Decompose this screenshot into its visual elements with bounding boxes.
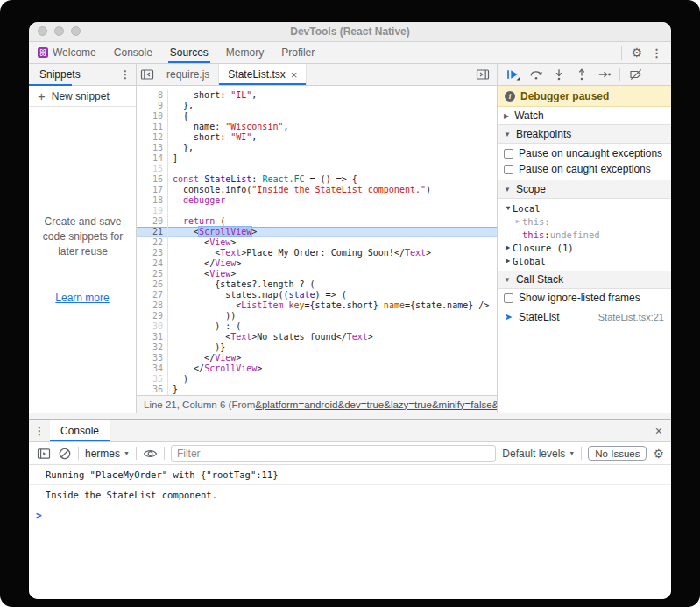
- code-line-13[interactable]: 13 },: [137, 143, 497, 153]
- code-line-19[interactable]: 19: [137, 206, 497, 216]
- step-out-icon[interactable]: [574, 67, 589, 81]
- line-number[interactable]: 19: [137, 206, 168, 216]
- section-breakpoints[interactable]: ▼ Breakpoints: [498, 125, 671, 144]
- code-line-17[interactable]: 17 console.info("Inside the StateList co…: [137, 185, 497, 195]
- log-levels-selector[interactable]: Default levels ▼: [502, 448, 575, 460]
- step-icon[interactable]: [597, 67, 612, 81]
- line-number[interactable]: 24: [137, 258, 168, 269]
- line-number[interactable]: 32: [137, 342, 168, 353]
- code-line-23[interactable]: 23 <Text>Place My Order: Coming Soon!</T…: [137, 248, 497, 258]
- live-expression-eye-icon[interactable]: [143, 447, 158, 461]
- tab-console[interactable]: Console: [105, 42, 161, 63]
- console-sidebar-icon[interactable]: [36, 447, 51, 461]
- line-number[interactable]: 36: [137, 385, 168, 395]
- chevron-right-icon[interactable]: ▶: [504, 257, 513, 265]
- settings-gear-icon[interactable]: ⚙: [631, 46, 642, 59]
- line-number[interactable]: 29: [137, 311, 168, 321]
- line-number[interactable]: 13: [137, 143, 168, 153]
- line-number[interactable]: 18: [137, 195, 168, 206]
- close-drawer-icon[interactable]: ×: [647, 420, 671, 441]
- code-line-35[interactable]: 35 ): [137, 374, 497, 385]
- source-url-link[interactable]: &platform=android&dev=true&lazy=true&min…: [255, 399, 497, 410]
- code-line-18[interactable]: 18 debugger: [137, 195, 497, 206]
- line-number[interactable]: 31: [137, 332, 168, 342]
- line-number[interactable]: 34: [137, 363, 168, 374]
- file-tab-statelist[interactable]: StateList.tsx ×: [219, 64, 307, 85]
- step-over-icon[interactable]: [528, 67, 543, 81]
- pause-caught-row[interactable]: Pause on caught exceptions: [498, 161, 671, 177]
- section-callstack[interactable]: ▼ Call Stack: [498, 271, 671, 289]
- line-number[interactable]: 15: [137, 164, 168, 174]
- context-selector[interactable]: hermes ▼: [85, 448, 130, 460]
- line-number[interactable]: 23: [137, 248, 168, 258]
- line-number[interactable]: 11: [137, 122, 168, 132]
- line-number[interactable]: 20: [137, 216, 168, 227]
- line-number[interactable]: 27: [137, 290, 168, 300]
- line-number[interactable]: 35: [137, 374, 168, 385]
- code-line-30[interactable]: 30 ) : (: [137, 321, 497, 332]
- line-number[interactable]: 9: [137, 101, 168, 111]
- line-number[interactable]: 28: [137, 300, 168, 311]
- section-scope[interactable]: ▼ Scope: [498, 180, 671, 199]
- line-number[interactable]: 8: [137, 90, 168, 101]
- chevron-down-icon[interactable]: ▼: [504, 204, 513, 212]
- console-prompt[interactable]: >: [29, 505, 671, 526]
- code-line-32[interactable]: 32 )}: [137, 342, 497, 353]
- line-number[interactable]: 26: [137, 279, 168, 290]
- line-number[interactable]: 16: [137, 174, 168, 185]
- resume-script-icon[interactable]: [506, 67, 520, 81]
- new-snippet-button[interactable]: + New snippet: [29, 86, 136, 107]
- more-options-icon[interactable]: ⋮: [651, 47, 662, 59]
- code-line-34[interactable]: 34 </ScrollView>: [137, 363, 497, 374]
- tab-snippets[interactable]: Snippets: [29, 64, 91, 85]
- line-number[interactable]: 14: [137, 153, 168, 164]
- code-line-36[interactable]: 36}: [137, 385, 497, 395]
- line-number[interactable]: 22: [137, 237, 168, 248]
- console-settings-gear-icon[interactable]: ⚙: [653, 448, 664, 460]
- code-line-28[interactable]: 28 <ListItem key={state.short} name={sta…: [137, 300, 497, 311]
- ignore-listed-row[interactable]: Show ignore-listed frames: [498, 289, 671, 307]
- deactivate-breakpoints-icon[interactable]: [628, 67, 643, 81]
- chevron-right-icon[interactable]: ▶: [513, 217, 522, 225]
- code-line-21[interactable]: 21 <ScrollView>: [137, 227, 497, 237]
- line-number[interactable]: 10: [137, 111, 168, 122]
- checkbox[interactable]: [504, 293, 513, 303]
- checkbox[interactable]: [504, 149, 513, 159]
- line-number[interactable]: 12: [137, 132, 168, 143]
- code-line-29[interactable]: 29 )): [137, 311, 497, 321]
- code-line-12[interactable]: 12 short: "WI",: [137, 132, 497, 143]
- line-number[interactable]: 30: [137, 321, 168, 332]
- code-line-25[interactable]: 25 <View>: [137, 269, 497, 279]
- scope-row[interactable]: ▶this:: [498, 215, 671, 228]
- console-log-row[interactable]: Inside the StateList component.: [29, 485, 671, 505]
- console-log-row[interactable]: Running "PlaceMyOrder" with {"rootTag":1…: [29, 465, 671, 485]
- line-number[interactable]: 21: [137, 227, 168, 237]
- line-number[interactable]: 25: [137, 269, 168, 279]
- code-line-27[interactable]: 27 states.map((state) => (: [137, 290, 497, 300]
- tab-memory[interactable]: Memory: [217, 42, 272, 63]
- code-line-26[interactable]: 26 {states?.length ? (: [137, 279, 497, 290]
- no-issues-button[interactable]: No Issues: [588, 446, 647, 461]
- callstack-frame[interactable]: StateList StateList.tsx:21: [498, 309, 671, 324]
- clear-console-icon[interactable]: [57, 447, 72, 461]
- hide-navigator-icon[interactable]: [137, 64, 158, 85]
- code-line-22[interactable]: 22 <View>: [137, 237, 497, 248]
- show-debugger-sidebar-icon[interactable]: [472, 67, 493, 81]
- checkbox[interactable]: [504, 165, 513, 174]
- code-line-33[interactable]: 33 </View>: [137, 353, 497, 363]
- close-tab-icon[interactable]: ×: [291, 69, 298, 81]
- filter-input[interactable]: [171, 445, 496, 462]
- code-line-14[interactable]: 14]: [137, 153, 497, 164]
- drawer-menu-icon[interactable]: ⋮: [29, 420, 50, 441]
- scope-row[interactable]: ▼Local: [498, 201, 671, 215]
- code-line-20[interactable]: 20 return (: [137, 216, 497, 227]
- learn-more-link[interactable]: Learn more: [55, 292, 109, 304]
- pause-uncaught-row[interactable]: Pause on uncaught exceptions: [498, 145, 671, 161]
- section-watch[interactable]: ▶ Watch: [498, 107, 671, 125]
- console-log-area[interactable]: Running "PlaceMyOrder" with {"rootTag":1…: [29, 465, 671, 599]
- chevron-right-icon[interactable]: ▶: [504, 244, 513, 251]
- code-line-24[interactable]: 24 </View>: [137, 258, 497, 269]
- snippets-menu-icon[interactable]: ⋮: [120, 64, 131, 85]
- code-line-11[interactable]: 11 name: "Wisconsin",: [137, 122, 497, 132]
- file-tab-requirejs[interactable]: require.js: [158, 64, 219, 85]
